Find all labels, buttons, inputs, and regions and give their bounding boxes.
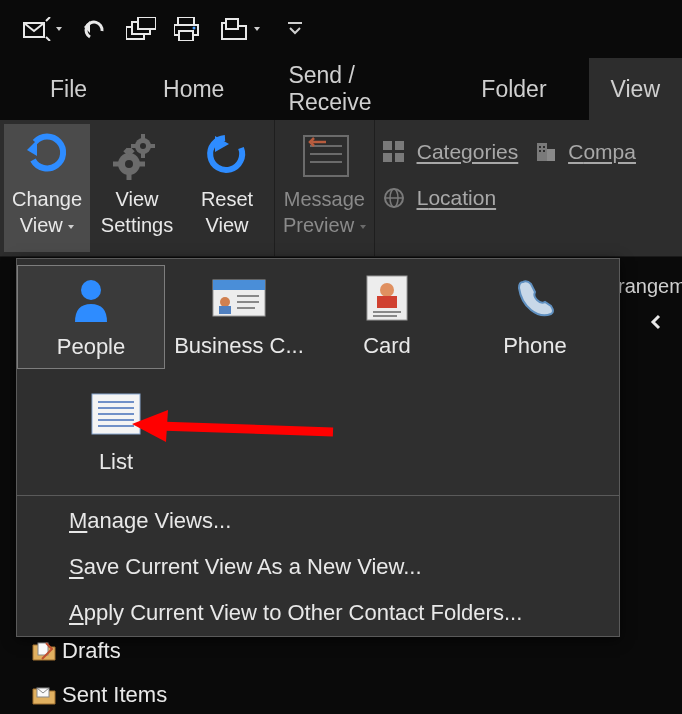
svg-rect-29: [395, 141, 404, 150]
arrangement-group-label: rangem: [618, 275, 682, 298]
svg-rect-12: [141, 134, 145, 139]
reset-view-button[interactable]: ResetView: [184, 124, 270, 252]
svg-rect-6: [179, 31, 193, 41]
svg-rect-19: [127, 174, 132, 180]
companies-label: Compa: [568, 140, 636, 164]
svg-rect-35: [537, 143, 547, 161]
svg-rect-9: [288, 22, 302, 24]
change-view-label-2: View: [20, 214, 63, 236]
ribbon: ChangeView ViewSettings ResetView Messag…: [0, 120, 682, 257]
svg-rect-15: [150, 144, 155, 148]
svg-point-7: [193, 27, 196, 30]
gear-icon: [113, 130, 161, 182]
categories-button[interactable]: Categories: [383, 134, 519, 170]
collapse-chevron-icon[interactable]: [648, 312, 664, 335]
categories-label: Categories: [417, 140, 519, 164]
change-view-button[interactable]: ChangeView: [4, 124, 90, 252]
svg-point-41: [81, 280, 101, 300]
menu-save-view-as-new[interactable]: Save Current View As a New View...: [69, 554, 619, 580]
people-icon: [69, 274, 113, 324]
tab-send-receive[interactable]: Send / Receive: [266, 58, 439, 120]
tab-view[interactable]: View: [589, 58, 682, 120]
print-icon: [174, 17, 202, 41]
reset-view-label-1: Reset: [201, 188, 253, 210]
dropdown-caret-icon: [68, 225, 74, 229]
message-preview-icon: [298, 130, 350, 182]
view-settings-button[interactable]: ViewSettings: [94, 124, 180, 252]
view-settings-label-2: Settings: [101, 214, 173, 236]
message-preview-label-1: Message: [284, 188, 365, 210]
ribbon-group-current-view: ChangeView ViewSettings ResetView: [0, 120, 275, 256]
svg-point-50: [380, 283, 394, 297]
windows-stack-icon: [126, 17, 156, 41]
tab-home[interactable]: Home: [141, 58, 246, 120]
svg-rect-45: [219, 306, 231, 314]
gallery-row-1: People Business C... Card Phone: [17, 259, 619, 375]
menu-apply-view-to-folders[interactable]: Apply Current View to Other Contact Fold…: [69, 600, 619, 626]
tab-file[interactable]: File: [28, 58, 109, 120]
view-option-card-label: Card: [363, 333, 411, 359]
view-option-business-card[interactable]: Business C...: [165, 265, 313, 369]
folder-drafts[interactable]: Drafts: [32, 638, 167, 664]
view-option-phone-label: Phone: [503, 333, 567, 359]
qat-open-folder[interactable]: [220, 17, 260, 41]
svg-rect-3: [138, 17, 156, 29]
location-button[interactable]: Location: [383, 180, 519, 216]
reset-icon: [203, 130, 251, 182]
svg-rect-36: [547, 149, 555, 161]
svg-point-44: [220, 297, 230, 307]
customize-qat-icon: [288, 22, 302, 36]
view-settings-label-1: View: [115, 188, 158, 210]
globe-icon: [383, 187, 407, 209]
business-card-icon: [211, 273, 267, 323]
companies-button[interactable]: Compa: [534, 134, 636, 170]
svg-rect-40: [543, 150, 545, 152]
dropdown-caret-icon: [360, 225, 366, 229]
sent-folder-icon: [32, 685, 56, 705]
svg-rect-51: [377, 296, 397, 308]
svg-rect-39: [539, 150, 541, 152]
change-view-dropdown: People Business C... Card Phone List: [16, 258, 620, 637]
view-option-phone[interactable]: Phone: [461, 265, 609, 369]
message-preview-button: MessagePreview: [279, 124, 370, 252]
svg-rect-30: [383, 153, 392, 162]
location-label: Location: [417, 186, 496, 210]
card-icon: [363, 273, 411, 323]
qat-send-receive[interactable]: [22, 17, 62, 41]
view-option-list[interactable]: List: [61, 381, 171, 483]
svg-rect-43: [213, 280, 265, 290]
drafts-folder-icon: [32, 641, 56, 661]
folder-drafts-label: Drafts: [62, 638, 121, 664]
ribbon-group-message-preview: MessagePreview: [275, 120, 375, 256]
ribbon-group-arrangement-2: Compa: [526, 120, 644, 256]
undo-icon: [80, 17, 108, 41]
qat-windows[interactable]: [126, 17, 156, 41]
view-option-people[interactable]: People: [17, 265, 165, 369]
reset-view-label-2: View: [206, 214, 249, 236]
svg-rect-28: [383, 141, 392, 150]
categories-icon: [383, 141, 407, 163]
view-option-card[interactable]: Card: [313, 265, 461, 369]
folder-pane: Drafts Sent Items: [32, 638, 167, 708]
list-icon: [90, 389, 142, 439]
change-view-icon: [23, 130, 71, 182]
qat-undo[interactable]: [80, 17, 108, 41]
menu-manage-views[interactable]: Manage Views...: [69, 508, 619, 534]
change-view-label-1: Change: [12, 188, 82, 210]
svg-rect-21: [139, 162, 145, 167]
dropdown-caret-icon: [56, 27, 62, 31]
gallery-separator: [17, 495, 619, 496]
folder-sent-items[interactable]: Sent Items: [32, 682, 167, 708]
view-option-people-label: People: [57, 334, 126, 360]
svg-point-11: [140, 143, 146, 149]
view-option-business-card-label: Business C...: [174, 333, 304, 359]
dropdown-caret-icon: [254, 27, 260, 31]
qat-print[interactable]: [174, 17, 202, 41]
tab-folder[interactable]: Folder: [459, 58, 568, 120]
svg-rect-20: [113, 162, 119, 167]
ribbon-tabs: File Home Send / Receive Folder View: [0, 58, 682, 120]
svg-rect-13: [141, 153, 145, 158]
qat-more[interactable]: [288, 22, 302, 36]
message-preview-label-2: Preview: [283, 214, 354, 236]
svg-rect-14: [131, 144, 136, 148]
